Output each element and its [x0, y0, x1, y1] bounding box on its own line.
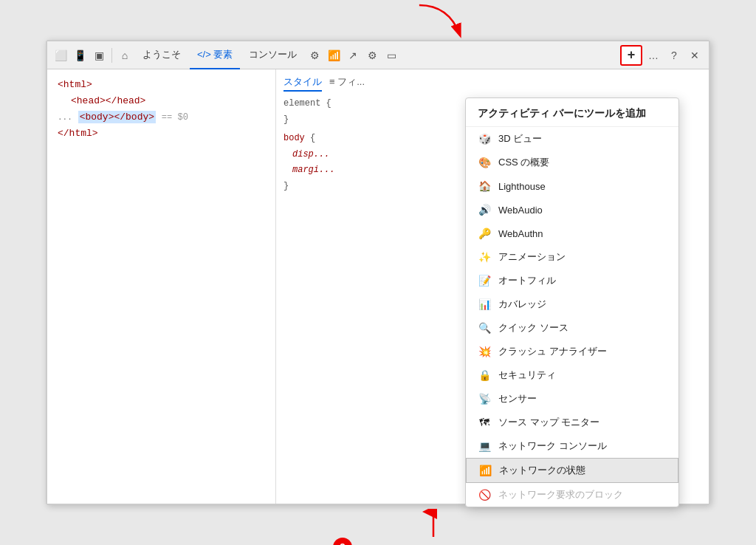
dropdown-item-sensors[interactable]: 📡 センサー [466, 387, 678, 411]
dropdown-item-animation[interactable]: ✨ アニメーション [466, 245, 678, 269]
share-icon[interactable]: ↗ [344, 47, 362, 64]
html-line-2: <head></head> [58, 93, 265, 109]
coverage-label: カバレッジ [498, 298, 546, 311]
netstatus-label: ネットワークの状態 [499, 464, 585, 477]
dropdown-item-lighthouse[interactable]: 🏠 Lighthouse [466, 174, 678, 198]
devtools-body: <html> <head></head> ... <body></body> =… [47, 69, 709, 504]
more-options-button[interactable]: … [644, 46, 663, 65]
dropdown-item-netblock[interactable]: 🚫 ネットワーク要求のブロック [466, 483, 678, 507]
tab-elements[interactable]: </> 要素 [190, 41, 240, 69]
animation-label: アニメーション [498, 250, 566, 264]
close-button[interactable]: ✕ [685, 46, 704, 65]
dropdown-item-sourcemap[interactable]: 🗺 ソース マップ モニター [466, 411, 678, 434]
netstatus-icon: 📶 [478, 464, 492, 477]
dropdown-item-3dview[interactable]: 🎲 3D ビュー [466, 127, 678, 151]
3dview-icon: 🎲 [478, 132, 491, 145]
dropdown-item-webaudio[interactable]: 🔊 WebAudio [466, 198, 678, 222]
dropdown-item-security[interactable]: 🔒 セキュリティ [466, 363, 678, 387]
device-icon[interactable]: 📱 [71, 47, 89, 64]
css-label: CSS の概要 [498, 156, 549, 169]
sensors-icon: 📡 [478, 392, 491, 405]
dropdown-header: アクティビティ バーにツールを追加 [466, 98, 678, 127]
sourcemap-icon: 🗺 [478, 416, 491, 429]
dropdown-item-netconsole[interactable]: 💻 ネットワーク コンソール [466, 434, 678, 458]
quicksource-label: クイック ソース [498, 321, 568, 335]
settings-icon[interactable]: ⚙ [363, 47, 381, 64]
performance-icon[interactable]: ⚙ [306, 47, 323, 64]
sourcemap-label: ソース マップ モニター [498, 416, 599, 429]
webauthn-icon: 🔑 [478, 227, 491, 240]
inspect-icon[interactable]: ⬜ [52, 47, 69, 64]
style-panel-header: スタイル ≡ フィ... [284, 75, 701, 92]
netblock-icon: 🚫 [478, 488, 491, 501]
toolbar-separator [111, 48, 112, 63]
security-label: セキュリティ [498, 369, 556, 382]
devtools-toolbar: ⬜ 📱 ▣ ⌂ ようこそ </> 要素 コンソール ⚙ 📶 ↗ ⚙ ▭ + … … [47, 41, 709, 69]
webauthn-label: WebAuthn [498, 228, 543, 239]
dropdown-item-crash[interactable]: 💥 クラッシュ アナライザー [466, 340, 678, 363]
lighthouse-icon: 🏠 [478, 179, 491, 193]
autofill-icon: 📝 [478, 274, 491, 287]
home-icon[interactable]: ⌂ [116, 47, 134, 64]
filter-icon-area: ≡ フィ... [329, 75, 365, 92]
dropdown-item-coverage[interactable]: 📊 カバレッジ [466, 292, 678, 316]
add-tool-dropdown: アクティビティ バーにツールを追加 🎲 3D ビュー 🎨 CSS の概要 🏠 L… [465, 97, 679, 507]
styles-tab[interactable]: スタイル [284, 75, 322, 92]
html-panel: <html> <head></head> ... <body></body> =… [47, 69, 276, 504]
dropdown-item-css[interactable]: 🎨 CSS の概要 [466, 151, 678, 174]
quicksource-icon: 🔍 [478, 321, 491, 335]
menu-icon[interactable]: ▣ [90, 47, 108, 64]
help-button[interactable]: ? [664, 46, 684, 65]
add-tool-button[interactable]: + [620, 45, 642, 66]
dropdown-item-netstatus[interactable]: 📶 ネットワークの状態 [466, 458, 678, 483]
netconsole-icon: 💻 [478, 439, 491, 453]
crash-icon: 💥 [478, 345, 491, 358]
window-icon[interactable]: ▭ [382, 47, 400, 64]
html-line-4: </html> [58, 126, 265, 142]
autofill-label: オートフィル [498, 274, 556, 287]
animation-icon: ✨ [478, 250, 491, 264]
dropdown-item-autofill[interactable]: 📝 オートフィル [466, 269, 678, 292]
dropdown-item-webauthn[interactable]: 🔑 WebAuthn [466, 222, 678, 245]
html-line-3: ... <body></body> == $0 [58, 109, 265, 126]
lighthouse-label: Lighthouse [498, 181, 546, 192]
sensors-label: センサー [498, 392, 537, 405]
coverage-icon: 📊 [478, 298, 491, 311]
netconsole-label: ネットワーク コンソール [498, 439, 607, 453]
html-line-1: <html> [58, 77, 265, 93]
tab-console[interactable]: コンソール [241, 41, 304, 69]
crash-label: クラッシュ アナライザー [498, 345, 607, 358]
netblock-label: ネットワーク要求のブロック [498, 488, 623, 501]
3dview-label: 3D ビュー [498, 132, 542, 145]
dropdown-item-quicksource[interactable]: 🔍 クイック ソース [466, 316, 678, 340]
css-icon: 🎨 [478, 156, 491, 169]
badge-2: 2 [333, 538, 352, 545]
webaudio-label: WebAudio [498, 205, 543, 216]
wifi-icon[interactable]: 📶 [325, 47, 343, 64]
tab-welcome[interactable]: ようこそ [135, 41, 188, 69]
security-icon: 🔒 [478, 369, 491, 382]
webaudio-icon: 🔊 [478, 203, 491, 216]
